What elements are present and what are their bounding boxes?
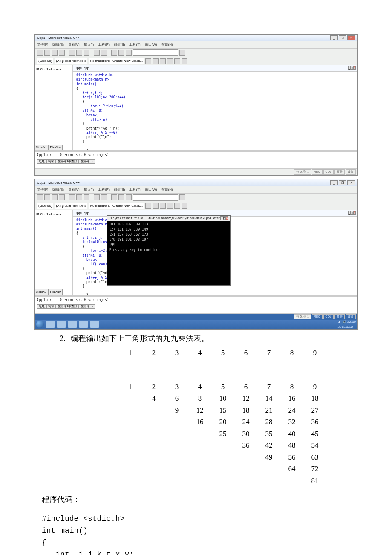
- menubar[interactable]: 文件(F)编辑(E)查看(V)插入(I)工程(P)组建(B)工具(T)窗口(W)…: [35, 41, 357, 48]
- members-combo[interactable]: (All global members: [55, 203, 87, 209]
- copy-icon[interactable]: [76, 50, 82, 56]
- run-icon[interactable]: [174, 203, 180, 209]
- stop-icon[interactable]: [167, 58, 173, 64]
- members-combo[interactable]: (All global members: [55, 58, 87, 64]
- class-combo[interactable]: No members - Create New Class...: [89, 58, 144, 64]
- code-editor[interactable]: Cpp1.cpp_□× #include <stdio.h> #include<…: [73, 210, 357, 295]
- class-tree[interactable]: ⊞ Cpp1 classes ClassV...FileView: [35, 210, 73, 295]
- classview-tab[interactable]: ClassV...: [35, 289, 49, 295]
- menu-edit[interactable]: 编辑(E): [52, 188, 64, 191]
- out-tab-find1[interactable]: 在文件1中查找: [56, 159, 79, 164]
- menu-build[interactable]: 组建(B): [114, 43, 125, 46]
- misc-icon[interactable]: [126, 50, 132, 56]
- close-icon[interactable]: ×: [347, 35, 355, 40]
- minimize-icon[interactable]: _: [330, 180, 338, 185]
- save-icon[interactable]: [52, 194, 58, 200]
- menu-file[interactable]: 文件(F): [37, 188, 48, 191]
- out-tab-build[interactable]: 组建: [37, 304, 46, 309]
- copy-icon[interactable]: [76, 194, 82, 200]
- find-combo[interactable]: [133, 194, 178, 201]
- saveall-icon[interactable]: [59, 50, 65, 56]
- out-tab-debug[interactable]: 调试: [46, 304, 56, 309]
- paste-icon[interactable]: [84, 50, 89, 56]
- find-icon[interactable]: [111, 194, 117, 200]
- scope-combo[interactable]: (Globals): [37, 203, 53, 209]
- misc-icon[interactable]: [126, 194, 132, 200]
- menu-view[interactable]: 查看(V): [68, 188, 80, 191]
- menu-help[interactable]: 帮助(H): [161, 188, 173, 191]
- open-icon[interactable]: [44, 50, 50, 56]
- code-editor[interactable]: Cpp1.cpp_□× #include <stdio.h> #include<…: [73, 65, 357, 150]
- out-tab-more[interactable]: 在文件 ▸: [79, 159, 95, 164]
- fileview-tab[interactable]: FileView: [49, 145, 62, 151]
- task-console-icon[interactable]: [90, 321, 99, 328]
- minimize-icon[interactable]: _: [330, 35, 338, 40]
- compile-icon[interactable]: [153, 203, 159, 209]
- cut-icon[interactable]: [69, 194, 75, 200]
- system-tray[interactable]: ▲ 🔊 22:302013/3/12: [338, 319, 356, 330]
- run-icon[interactable]: [174, 58, 180, 64]
- redo-icon[interactable]: [101, 194, 107, 200]
- debug-icon[interactable]: [182, 203, 187, 209]
- build-icon[interactable]: [160, 58, 166, 64]
- menu-project[interactable]: 工程(P): [98, 43, 110, 46]
- bookmark-icon[interactable]: [118, 50, 124, 56]
- out-tab-more[interactable]: 在文件 ▸: [79, 304, 95, 309]
- task-ie-icon[interactable]: [46, 321, 55, 328]
- menu-file[interactable]: 文件(F): [37, 43, 48, 46]
- paste-icon[interactable]: [84, 194, 89, 200]
- menu-insert[interactable]: 插入(I): [84, 188, 94, 191]
- restore-icon[interactable]: ❐: [339, 180, 346, 185]
- ed-close-icon[interactable]: ×: [353, 211, 356, 215]
- maximize-icon[interactable]: □: [339, 35, 346, 40]
- saveall-icon[interactable]: [59, 194, 65, 200]
- tree-root[interactable]: Cpp1 classes: [40, 67, 61, 71]
- classview-tab[interactable]: ClassV...: [35, 145, 49, 151]
- bookmark-icon[interactable]: [118, 194, 124, 200]
- menu-edit[interactable]: 编辑(E): [52, 43, 64, 46]
- tb-icon[interactable]: [145, 58, 151, 64]
- find-combo[interactable]: [133, 49, 178, 56]
- class-tree[interactable]: ⊞ Cpp1 classes ClassV...FileView: [35, 65, 73, 150]
- con-close-icon[interactable]: ×: [226, 216, 228, 220]
- new-icon[interactable]: [37, 194, 43, 200]
- open-icon[interactable]: [44, 194, 50, 200]
- compile-icon[interactable]: [153, 58, 159, 64]
- menu-tools[interactable]: 工具(T): [129, 188, 140, 191]
- out-tab-find1[interactable]: 在文件1中查找: [56, 304, 79, 309]
- go-icon[interactable]: [179, 50, 185, 56]
- start-orb-icon[interactable]: [36, 321, 44, 328]
- ed-close-icon[interactable]: ×: [353, 66, 356, 70]
- menubar[interactable]: 文件(F)编辑(E)查看(V)插入(I)工程(P)组建(B)工具(T)窗口(W)…: [35, 186, 357, 193]
- redo-icon[interactable]: [101, 50, 107, 56]
- ed-max-icon[interactable]: □: [351, 211, 353, 215]
- ed-min-icon[interactable]: _: [348, 211, 351, 215]
- task-vc-icon[interactable]: [79, 321, 88, 328]
- undo-icon[interactable]: [94, 50, 100, 56]
- debug-icon[interactable]: [182, 58, 187, 64]
- save-icon[interactable]: [52, 50, 58, 56]
- stop-icon[interactable]: [167, 203, 173, 209]
- task-explorer-icon[interactable]: [57, 321, 66, 328]
- find-icon[interactable]: [111, 50, 117, 56]
- undo-icon[interactable]: [94, 194, 100, 200]
- menu-window[interactable]: 窗口(W): [145, 43, 157, 46]
- con-min-icon[interactable]: _: [220, 216, 223, 220]
- tb-icon[interactable]: [145, 203, 151, 209]
- ed-min-icon[interactable]: _: [348, 66, 351, 70]
- class-combo[interactable]: No members - Create New Class...: [89, 203, 144, 209]
- menu-view[interactable]: 查看(V): [68, 43, 80, 46]
- task-word-icon[interactable]: [68, 321, 77, 328]
- scope-combo[interactable]: (Globals): [37, 58, 53, 64]
- menu-tools[interactable]: 工具(T): [129, 43, 140, 46]
- out-tab-debug[interactable]: 调试: [46, 159, 56, 164]
- con-max-icon[interactable]: □: [223, 216, 226, 220]
- fileview-tab[interactable]: FileView: [49, 289, 62, 295]
- cut-icon[interactable]: [69, 50, 75, 56]
- out-tab-build[interactable]: 组建: [37, 159, 46, 164]
- go-icon[interactable]: [179, 194, 185, 200]
- build-icon[interactable]: [160, 203, 166, 209]
- menu-project[interactable]: 工程(P): [98, 188, 110, 191]
- menu-help[interactable]: 帮助(H): [161, 43, 173, 46]
- menu-build[interactable]: 组建(B): [114, 188, 125, 191]
